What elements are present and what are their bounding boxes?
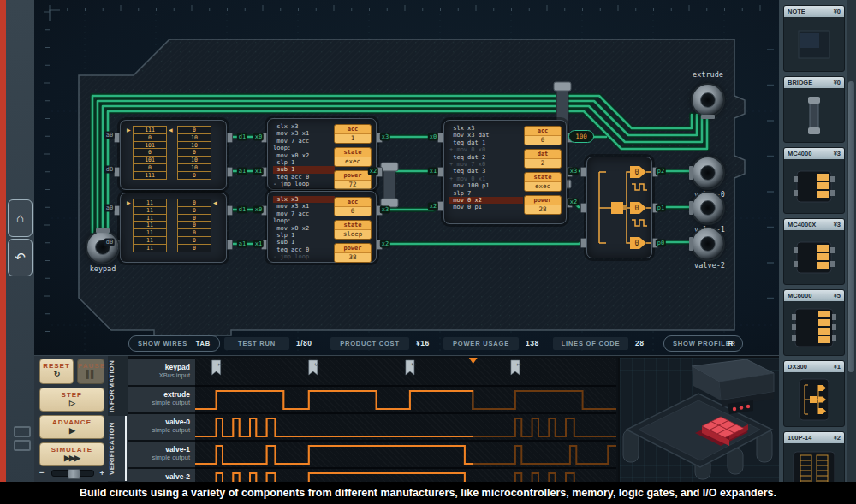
ram-chip-100p14[interactable]: ▶ ◀ 11111111111111 0000000 — [120, 193, 227, 263]
code-editor[interactable]: slx x3 mov x3 x1 mov 7 accloop: mov x0 x… — [273, 196, 335, 261]
wire-label: x0 — [253, 133, 264, 141]
home-button[interactable]: ⌂ — [8, 199, 33, 237]
register-label: dat — [525, 150, 561, 159]
part-card-bridge[interactable]: BRIDGE¥0 — [783, 76, 845, 143]
memory-cell: 111 — [133, 171, 167, 180]
bottom-panel: RESET ↻ PAUSE ▌▌ STEP ▷ ADVANCE ▶ SIMULA… — [34, 355, 779, 482]
gate-value: 0 — [635, 169, 639, 176]
shenzhen-io-screen: ⌂ ↶ — [0, 0, 856, 504]
undo-button[interactable]: ↶ — [8, 239, 33, 276]
extruder-machine-illustration — [620, 358, 779, 483]
wire-label: x3 — [380, 206, 390, 214]
test-run-label: TEST RUN — [224, 337, 289, 350]
svg-text:3: 3 — [313, 363, 320, 366]
chip-pin — [114, 133, 120, 143]
register-value: 0 — [335, 207, 371, 216]
part-name: MC4000X — [788, 219, 816, 230]
wire-label: d1 — [237, 133, 247, 141]
plus-icon[interactable]: + — [100, 467, 104, 477]
gate-value: 0 — [635, 205, 639, 212]
memory-cell: 0 — [177, 244, 211, 252]
code-line: - jmp loop — [273, 253, 335, 260]
memory-column: 111010101010111 — [133, 127, 167, 180]
part-card-mc4000x[interactable]: MC4000X¥3 — [783, 218, 845, 285]
code-editor[interactable]: slx x3 mov x3 x1 mov 7 accloop: mov x0 x… — [273, 123, 335, 188]
part-card-mc4000[interactable]: MC4000¥3 — [783, 147, 845, 214]
part-price: ¥0 — [834, 77, 841, 88]
connector-label: valve-2 — [694, 261, 725, 270]
track-name: valve-2 — [128, 472, 190, 481]
part-price: ¥5 — [834, 290, 841, 301]
xbus-value-flag: 3 — [309, 360, 321, 375]
power-usage-value: 138 — [526, 337, 539, 350]
show-profiler-button[interactable]: SHOW PROFILER R — [663, 335, 743, 352]
minus-icon[interactable]: − — [39, 467, 44, 477]
sidebar-scrollbar[interactable] — [847, 0, 856, 482]
speed-slider: − + — [39, 467, 108, 479]
time-marker[interactable] — [469, 358, 478, 364]
part-name: 100P-14 — [788, 432, 811, 443]
simulate-label: SIMULATE — [51, 446, 92, 454]
microcontroller-mc4000x[interactable]: slx x3 mov x3 x1 mov 7 accloop: mov x0 x… — [267, 191, 377, 263]
chip-pin — [114, 205, 120, 216]
logic-gate-chip-dx300[interactable]: 0 0 0 — [586, 157, 652, 258]
slider-handle[interactable] — [68, 469, 80, 479]
connector-valve-1 — [693, 193, 723, 223]
chip-pin — [114, 167, 120, 177]
memory-column: 0000000 — [177, 199, 211, 252]
xbus-value-flag: 2 — [406, 360, 418, 375]
part-name: BRIDGE — [788, 77, 812, 88]
code-line: teq dat 3 — [449, 168, 523, 175]
register-value: 2 — [525, 159, 561, 168]
home-icon: ⌂ — [16, 210, 24, 225]
track-subtitle: simple output — [128, 426, 190, 434]
circuit-viewport[interactable]: ▶ ◀ 111010101010111 01010010100 ▶ ◀ 1111… — [34, 0, 779, 355]
connector-extrude — [693, 85, 723, 116]
register-power: power38 — [334, 243, 372, 263]
memory-cell: 11 — [133, 244, 167, 252]
code-line: slp 7 — [449, 190, 523, 197]
code-editor[interactable]: slx x3 mov x3 dat teq dat 1+ mov 0 x0 te… — [449, 125, 523, 211]
code-line: teq acc 0 — [273, 174, 335, 181]
microcontroller-mc6000[interactable]: slx x3 mov x3 dat teq dat 1+ mov 0 x0 te… — [443, 120, 567, 224]
tab-information[interactable]: INFORMATION — [108, 358, 128, 414]
dx300-thumbnail — [795, 377, 833, 423]
register-value: exec — [525, 182, 561, 191]
bridge-component[interactable] — [381, 163, 398, 207]
simulate-button[interactable]: SIMULATE ▶▶▶ — [39, 442, 104, 466]
part-price: ¥0 — [834, 6, 841, 17]
code-line: - jmp loop — [273, 181, 335, 187]
port-label: d0 — [104, 166, 115, 174]
reset-button[interactable]: RESET ↻ — [39, 359, 74, 384]
port-label: d0 — [104, 239, 115, 246]
part-name: DX300 — [788, 361, 807, 372]
product-cost-value: ¥16 — [416, 337, 430, 350]
connector-label: extrude — [693, 70, 723, 79]
register-label: state — [335, 148, 371, 157]
connector-valve-2 — [693, 228, 723, 259]
track-name: keypad — [128, 363, 190, 371]
slider-track[interactable] — [51, 470, 94, 477]
scrollbar-handle[interactable] — [848, 81, 854, 372]
wire-value-badge: 100 — [568, 130, 594, 143]
register-value: exec — [335, 157, 371, 166]
show-profiler-key: R — [728, 336, 734, 351]
part-card-note[interactable]: NOTE¥0 — [783, 5, 845, 72]
chip-pin — [437, 167, 443, 177]
show-wires-button[interactable]: SHOW WIRES TAB — [128, 335, 220, 352]
chip-pin — [580, 167, 586, 177]
ram-chip-100p14[interactable]: ▶ ◀ 111010101010111 01010010100 — [120, 120, 227, 190]
part-card-dx300[interactable]: DX300¥1 — [783, 360, 845, 427]
code-line: + mov 0 x1 — [449, 175, 523, 182]
register-column: acc0dat2stateexecpower28 — [524, 126, 562, 218]
step-button[interactable]: STEP ▷ — [39, 388, 104, 412]
advance-button[interactable]: ADVANCE ▶ — [39, 415, 104, 439]
show-profiler-label: SHOW PROFILER — [673, 336, 736, 351]
chip-pin — [227, 240, 233, 250]
svg-text:2: 2 — [410, 363, 417, 366]
pause-button[interactable]: PAUSE ▌▌ — [77, 359, 104, 384]
port-label: a0 — [104, 132, 115, 139]
code-line: mov 100 p1 — [449, 182, 523, 189]
part-card-mc6000[interactable]: MC6000¥5 — [783, 289, 845, 356]
microcontroller-mc4000x[interactable]: slx x3 mov x3 x1 mov 7 accloop: mov x0 x… — [267, 118, 377, 190]
